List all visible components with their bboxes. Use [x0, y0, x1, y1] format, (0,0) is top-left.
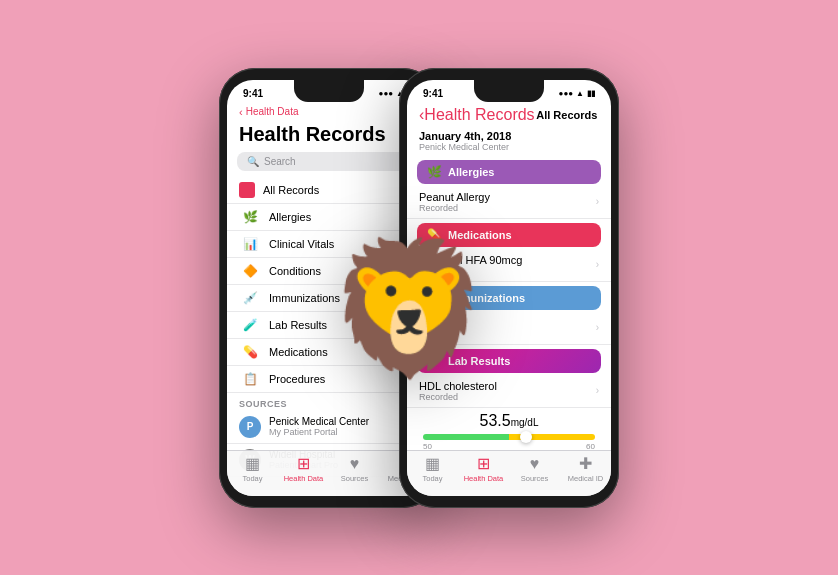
procedures-label: Procedures — [269, 373, 325, 385]
source-penick-sub: My Patient Portal — [269, 427, 369, 437]
back-label: Health Records — [424, 106, 534, 124]
search-placeholder: Search — [264, 156, 296, 167]
procedures-icon: 📋 — [239, 371, 261, 387]
tab-sources-label: Sources — [521, 474, 549, 483]
tab-health-data-label: Health Data — [464, 474, 504, 483]
tab-sources-right[interactable]: ♥ Sources — [509, 456, 560, 483]
record-date: January 4th, 2018 — [419, 130, 599, 142]
tab-health-data[interactable]: ⊞ Health Data — [278, 456, 329, 483]
right-notch — [474, 80, 544, 102]
search-bar[interactable]: 🔍 Search — [237, 152, 421, 171]
record-location: Penick Medical Center — [419, 142, 599, 152]
right-page-title: All Records — [536, 109, 597, 121]
chevron-icon: › — [596, 196, 599, 207]
left-time: 9:41 — [243, 88, 263, 99]
tab-health-data-right[interactable]: ⊞ Health Data — [458, 456, 509, 483]
scene: 9:41 ●●● ▲ ▮▮ ‹ Health Data Health Recor… — [0, 0, 838, 575]
source-penick-avatar: P — [239, 416, 261, 438]
tab-today-label: Today — [422, 474, 442, 483]
right-status-icons: ●●● ▲ ▮▮ — [559, 89, 595, 98]
back-label: Health Data — [246, 106, 299, 117]
back-chevron-icon: ‹ — [239, 106, 243, 118]
chevron-icon: › — [596, 259, 599, 270]
right-time: 9:41 — [423, 88, 443, 99]
all-records-icon — [239, 182, 255, 198]
right-nav-bar: ‹ Health Records All Records — [407, 104, 611, 126]
tab-health-data-label: Health Data — [284, 474, 324, 483]
lion-container: 🦁 — [319, 218, 499, 398]
peanut-allergy-name: Peanut Allergy — [419, 191, 490, 203]
medical-id-icon: ✚ — [579, 456, 592, 472]
record-peanut-allergy[interactable]: Peanut Allergy Recorded › — [407, 186, 611, 219]
tab-today-label: Today — [242, 474, 262, 483]
battery-icon: ▮▮ — [587, 89, 595, 98]
conditions-icon: 🔶 — [239, 263, 261, 279]
tab-sources-label: Sources — [341, 474, 369, 483]
today-icon: ▦ — [245, 456, 260, 472]
left-notch — [294, 80, 364, 102]
chevron-icon: › — [596, 322, 599, 333]
date-section: January 4th, 2018 Penick Medical Center — [407, 126, 611, 156]
signal-icon: ●●● — [559, 89, 574, 98]
hdl-value-display: 53.5mg/dL — [407, 408, 611, 432]
conditions-label: Conditions — [269, 265, 321, 277]
tab-today-right[interactable]: ▦ Today — [407, 456, 458, 483]
peanut-allergy-sub: Recorded — [419, 203, 490, 213]
health-data-icon: ⊞ — [297, 456, 310, 472]
immunizations-icon: 💉 — [239, 290, 261, 306]
vitals-icon: 📊 — [239, 236, 261, 252]
tab-today[interactable]: ▦ Today — [227, 456, 278, 483]
allergies-cat-label: Allergies — [448, 166, 494, 178]
right-tab-bar: ▦ Today ⊞ Health Data ♥ Sources ✚ Medica… — [407, 450, 611, 496]
allergies-cat-icon: 🌿 — [427, 165, 442, 179]
progress-bar — [423, 434, 595, 440]
chevron-icon: › — [596, 385, 599, 396]
source-penick-text: Penick Medical Center My Patient Portal — [269, 416, 369, 437]
hdl-number: 53.5 — [480, 412, 511, 429]
signal-icon: ●●● — [379, 89, 394, 98]
progress-dot — [520, 431, 532, 443]
health-data-icon: ⊞ — [477, 456, 490, 472]
search-icon: 🔍 — [247, 156, 259, 167]
tab-medical-id-label: Medical ID — [568, 474, 603, 483]
peanut-allergy-text: Peanut Allergy Recorded — [419, 191, 490, 213]
source-penick-name: Penick Medical Center — [269, 416, 369, 427]
today-icon: ▦ — [425, 456, 440, 472]
wifi-icon: ▲ — [576, 89, 584, 98]
sources-icon: ♥ — [350, 456, 360, 472]
tab-sources[interactable]: ♥ Sources — [329, 456, 380, 483]
lab-icon: 🧪 — [239, 317, 261, 333]
all-records-label: All Records — [263, 184, 319, 196]
right-back-button[interactable]: ‹ Health Records — [419, 106, 535, 124]
category-allergies: 🌿 Allergies — [417, 160, 601, 184]
tab-medical-id-right[interactable]: ✚ Medical ID — [560, 456, 611, 483]
allergies-icon: 🌿 — [239, 209, 261, 225]
sources-icon: ♥ — [530, 456, 540, 472]
lion-emoji: 🦁 — [328, 243, 490, 373]
allergies-label: Allergies — [269, 211, 311, 223]
medications-icon: 💊 — [239, 344, 261, 360]
hdl-unit: mg/dL — [511, 417, 539, 428]
